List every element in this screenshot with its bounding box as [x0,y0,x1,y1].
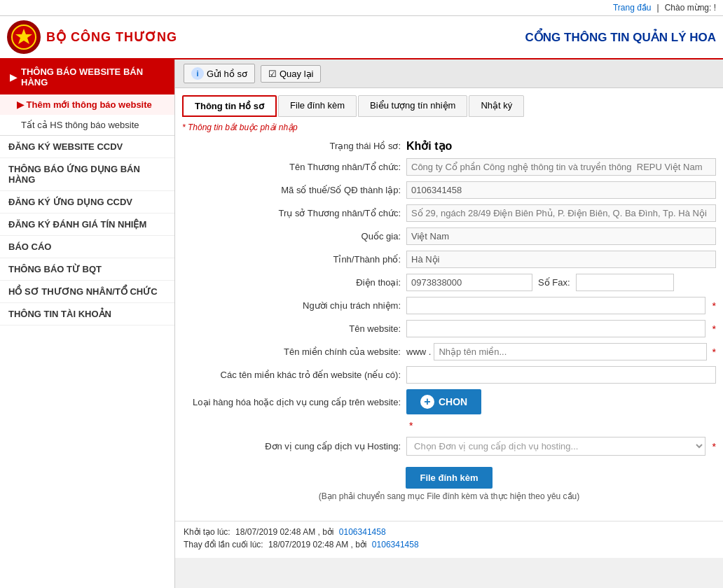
gui-ho-so-button[interactable]: i Gửi hồ sơ [184,64,255,83]
form-row-quoc-gia: Quốc gia: [182,227,716,245]
required-star-3: * [712,346,716,358]
log-khoi-tao: Khởi tạo lúc: 18/07/2019 02:48 AM , bởi … [184,527,715,537]
sidebar-section-title-thong-bao[interactable]: ▶ THÔNG BÁO WEBSITE BÁN HÀNG [0,59,174,94]
ma-so-thue-label: Mã số thuế/Số QĐ thành lập: [182,185,406,195]
trang-dau-link[interactable]: Trang đầu [613,3,652,13]
log-thay-doi: Thay đổi lần cuối lúc: 18/07/2019 02:48 … [184,540,715,550]
quoc-gia-input[interactable] [406,227,716,245]
log-section: Khởi tạo lúc: 18/07/2019 02:48 AM , bởi … [175,521,723,558]
ten-website-input[interactable] [406,320,705,337]
required-star-4: * [409,420,413,431]
loai-hang-hoa-value: + CHON [406,389,716,414]
sidebar-item-thong-bao-tu-bqt[interactable]: THÔNG BÁO TỪ BQT [0,258,174,281]
hosting-select[interactable]: Chọn Đơn vị cung cấp dịch vụ hosting... [406,437,705,456]
trang-thai-label: Trạng thái Hồ sơ: [182,141,406,151]
form-area: Thông tin Hồ sơ File đính kèm Biểu tượng… [175,88,723,521]
form-row-hosting: Đơn vị cung cấp dịch vụ Hosting: Chọn Đơ… [182,437,716,456]
checkbox-icon: ☑ [268,69,277,79]
nguoi-chiu-trach-nhiem-label: Người chịu trách nhiệm: [182,300,406,311]
don-vi-hosting-label: Đơn vị cung cấp dịch vụ Hosting: [182,441,406,451]
so-fax-input[interactable] [576,274,674,291]
quay-lai-button[interactable]: ☑ Quay lại [261,65,321,83]
tab-file-dinh-kem[interactable]: File đính kèm [278,95,357,117]
logo-icon [7,20,41,54]
plus-icon: + [420,395,434,409]
form-row-ten-website: Tên website: * [182,320,716,337]
log-khoi-tao-user[interactable]: 0106341458 [339,527,386,537]
form-row-ten-mien: Tên miền chính của website: www . * [182,343,716,360]
chao-text: Chào mừng: ! [665,3,716,13]
form-row-trang-thai: Trạng thái Hồ sơ: Khởi tạo [182,139,716,153]
so-fax-label: Số Fax: [538,277,570,288]
dien-thoai-input[interactable] [406,274,532,291]
header: BỘ CÔNG THƯƠNG CỔNG THÔNG TIN QUẢN LÝ HO… [0,16,723,59]
form-row-cac-ten-mien: Các tên miền khác trỏ đến website (nếu c… [182,366,716,384]
dien-thoai-label: Điện thoại: [182,277,406,288]
dien-thoai-fax-value: Số Fax: [406,274,716,291]
tab-bieu-tuong-tin-nhiem[interactable]: Biểu tượng tín nhiệm [358,95,467,117]
form-row-nguoi-chiu-trach-nhiem: Người chịu trách nhiệm: * [182,297,716,314]
form-row-tru-so: Trụ sở Thương nhân/Tổ chức: [182,204,716,222]
sidebar-section-thong-bao: ▶ THÔNG BÁO WEBSITE BÁN HÀNG ▶ Thêm mới … [0,59,174,136]
sidebar-item-danh-gia-tin-nhiem[interactable]: ĐĂNG KÝ ĐÁNH GIÁ TÍN NHIỆM [0,214,174,236]
ten-website-label: Tên website: [182,323,406,334]
chevron-icon: ▶ [10,72,17,83]
sidebar-item-dang-ky-ung-dung-ccdv[interactable]: ĐĂNG KÝ ỨNG DỤNG CCDV [0,191,174,214]
sidebar: ▶ THÔNG BÁO WEBSITE BÁN HÀNG ▶ Thêm mới … [0,59,175,588]
form-row-dien-thoai: Điện thoại: Số Fax: [182,274,716,291]
sidebar-item-them-moi[interactable]: ▶ Thêm mới thông báo website [0,94,174,115]
tab-thong-tin-ho-so[interactable]: Thông tin Hồ sơ [182,95,277,117]
tinh-tp-value [406,251,716,268]
tab-nhat-ky[interactable]: Nhật ký [469,95,524,117]
system-title: CỔNG THÔNG TIN QUẢN LÝ HOA [525,30,716,45]
required-star-1: * [712,300,716,312]
ten-thuong-nhan-value [406,158,716,176]
ten-mien-input[interactable] [434,343,706,360]
cac-ten-mien-value [406,366,716,384]
ten-website-value: * [406,320,716,337]
header-title: BỘ CÔNG THƯƠNG [46,29,177,45]
ma-so-thue-input[interactable] [406,181,716,199]
sidebar-item-dang-ky-ccdv[interactable]: ĐĂNG KÝ WEBSITE CCDV [0,136,174,158]
sidebar-item-bao-cao[interactable]: BÁO CÁO [0,236,174,258]
chon-button[interactable]: + CHON [406,389,481,414]
form-row-loai-hang-hoa: Loại hàng hóa hoặc dịch vụ cung cấp trên… [182,389,716,414]
nguoi-chiu-trach-nhiem-value: * [406,297,716,314]
form-row-tinh-tp: Tỉnh/Thành phố: [182,251,716,268]
ten-mien-value: www . * [406,343,716,360]
tru-so-label: Trụ sở Thương nhân/Tổ chức: [182,208,406,218]
trang-thai-status: Khởi tạo [406,139,452,153]
info-icon: i [191,67,204,80]
tinh-tp-label: Tỉnh/Thành phố: [182,254,406,265]
header-logo: BỘ CÔNG THƯƠNG [7,20,177,54]
trang-thai-value: Khởi tạo [406,139,716,153]
form-row-ten-thuong-nhan: Tên Thương nhân/Tổ chức: [182,158,716,176]
required-star-5: * [712,441,716,452]
file-dinh-kem-button[interactable]: File đính kèm [406,467,492,489]
tabs: Thông tin Hồ sơ File đính kèm Biểu tượng… [182,95,716,117]
log-thay-doi-user[interactable]: 0106341458 [372,540,419,550]
don-vi-hosting-value: Chọn Đơn vị cung cấp dịch vụ hosting... … [406,437,716,456]
top-bar: Trang đầu | Chào mừng: ! [0,0,723,16]
sidebar-item-thong-tin-tai-khoan[interactable]: THÔNG TIN TÀI KHOẢN [0,303,174,326]
sidebar-item-ho-so-thuong-nhan[interactable]: HỒ SƠ THƯƠNG NHÂN/TỔ CHỨC [0,281,174,303]
cac-ten-mien-input[interactable] [406,366,716,384]
ten-thuong-nhan-input[interactable] [406,158,716,176]
cac-ten-mien-label: Các tên miền khác trỏ đến website (nếu c… [182,370,406,380]
sidebar-item-thong-bao-ung-dung[interactable]: THÔNG BÁO ỨNG DỤNG BÁN HÀNG [0,158,174,191]
nguoi-chiu-trach-nhiem-input[interactable] [406,297,705,314]
quoc-gia-value [406,227,716,245]
tru-so-input[interactable] [406,204,716,222]
ma-so-thue-value [406,181,716,199]
required-star-2: * [712,323,716,335]
tru-so-value [406,204,716,222]
file-section: File đính kèm (Bạn phải chuyển sang mục … [182,467,716,501]
main-content: i Gửi hồ sơ ☑ Quay lại Thông tin Hồ sơ F… [175,59,723,588]
form-row-ma-so-thue: Mã số thuế/Số QĐ thành lập: [182,181,716,199]
ten-mien-label: Tên miền chính của website: [182,346,406,357]
toolbar: i Gửi hồ sơ ☑ Quay lại [175,59,723,88]
sidebar-item-tat-ca[interactable]: Tất cả HS thông báo website [0,115,174,135]
layout: ▶ THÔNG BÁO WEBSITE BÁN HÀNG ▶ Thêm mới … [0,59,723,588]
file-note: (Bạn phải chuyển sang mục File đính kèm … [182,491,716,501]
tinh-tp-input[interactable] [406,251,716,268]
